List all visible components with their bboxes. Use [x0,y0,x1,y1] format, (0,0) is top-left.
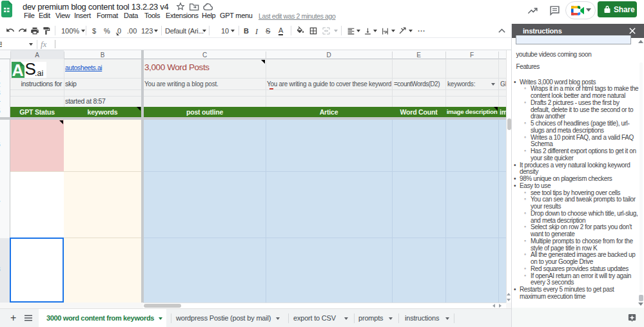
svg-text:A: A [12,62,24,78]
